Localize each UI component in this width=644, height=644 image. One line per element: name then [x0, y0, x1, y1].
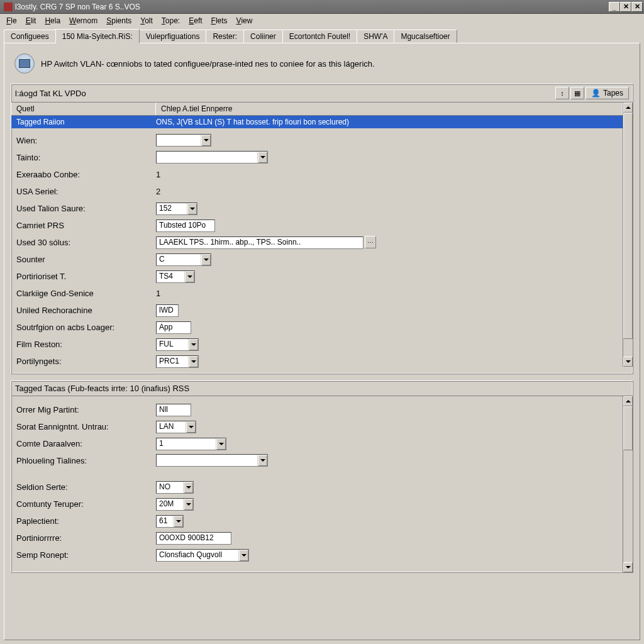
g2-row-6: Comtunty Teruper:20M [16, 496, 618, 513]
minimize-button[interactable]: _ [609, 2, 620, 12]
selected-row[interactable]: Tagged Raiion ONS, J(VB sLLN (S) T hat b… [11, 116, 623, 128]
chevron-down-icon[interactable] [187, 203, 197, 214]
chevron-down-icon[interactable] [183, 482, 193, 493]
g1-dropdown-text-0 [157, 135, 201, 146]
g2-input-8[interactable]: O0OXD 900B12 [156, 532, 231, 545]
tab-5[interactable]: Ecortontch Foutel! [282, 30, 357, 43]
menu-item-5[interactable]: Yolt [136, 15, 157, 26]
scroll-thumb-1[interactable] [623, 113, 633, 339]
menu-item-3[interactable]: Wernom [65, 15, 101, 26]
tab-3[interactable]: Rester: [206, 30, 244, 43]
chevron-down-icon[interactable] [183, 499, 193, 510]
g1-label-3: USA Seriel: [16, 187, 156, 196]
g2-row-2: Comte Daraalven:1 [16, 435, 618, 452]
g1-input-6[interactable]: LAAEKL TPS.. 1hirm.. abp.., TPS.. Soinn.… [156, 236, 364, 249]
menu-item-6[interactable]: Tope: [158, 15, 184, 26]
g2-dropdown-9[interactable]: Clonsfiach Qugvoll [156, 549, 249, 562]
scroll-down-2[interactable] [623, 562, 633, 572]
g1-row-4: Used Talion Saure:152 [16, 200, 618, 217]
tapes-button[interactable]: 👤Tapes [586, 87, 629, 99]
menu-item-4[interactable]: Spients [103, 15, 135, 26]
tab-1[interactable]: 150 Mla-Syitech.RiS: [55, 29, 140, 43]
menu-item-2[interactable]: Hela [41, 15, 64, 26]
chevron-down-icon[interactable] [238, 550, 248, 561]
chevron-down-icon[interactable] [188, 339, 198, 350]
g1-dropdown-8[interactable]: TS4 [156, 270, 195, 283]
toolbar-btn-2[interactable]: ▦ [570, 87, 584, 99]
tab-2[interactable]: Vuleprfiguations [139, 30, 207, 43]
col-header-1[interactable]: Quetl [11, 103, 156, 115]
chevron-down-icon[interactable] [216, 438, 226, 450]
g1-input-5[interactable]: Tubsted 10Po [156, 219, 215, 232]
tab-0[interactable]: Configuees [4, 30, 56, 43]
close-button[interactable]: ✕ [631, 2, 643, 12]
g1-dropdown-13[interactable]: PRC1 [156, 355, 199, 368]
g1-label-6: Used 30 sólus: [16, 238, 156, 247]
chevron-down-icon[interactable] [188, 356, 198, 367]
g1-browse-6[interactable]: ⋯ [365, 236, 376, 248]
g1-input-11[interactable]: App [156, 321, 191, 334]
g2-dropdown-1[interactable]: LAN [156, 421, 196, 433]
menu-item-0[interactable]: Fle [3, 15, 21, 26]
g2-dropdown-2[interactable]: 1 [156, 438, 226, 450]
scrollbar-group2[interactable] [623, 396, 633, 572]
g2-dropdown-text-7: 61 [157, 516, 173, 527]
sel-c1: Tagged Raiion [16, 118, 156, 126]
group1-title: l:áogd Tat KL VPDo [15, 89, 555, 98]
form-area-1: Wien:Tainto:Exeraabo Conbe:1USA Seriel:2… [11, 128, 623, 374]
menu-item-8[interactable]: Flets [208, 15, 231, 26]
scroll-thumb-2[interactable] [623, 406, 633, 450]
chevron-down-icon[interactable] [173, 516, 183, 527]
g1-row-13: Portilyngets:PRC1 [16, 353, 618, 370]
tab-6[interactable]: SHW'A [357, 30, 394, 43]
g2-label-7: Paplectient: [16, 516, 156, 526]
chevron-down-icon[interactable] [186, 421, 196, 433]
scroll-down-1[interactable] [623, 357, 633, 367]
maximize-button[interactable]: ✕ [620, 2, 631, 12]
g2-dropdown-text-1: LAN [157, 421, 186, 433]
g2-dropdown-3[interactable] [156, 454, 268, 467]
g1-value-9: 1 [156, 289, 160, 298]
chevron-down-icon[interactable] [257, 455, 267, 466]
scroll-up-1[interactable] [623, 103, 633, 113]
g1-row-7: SounterC [16, 251, 618, 268]
g2-row-8: Portiniorrrre:O0OXD 900B12 [16, 530, 618, 547]
g1-row-10: Uniled RechorachinelWD [16, 302, 618, 319]
chevron-down-icon[interactable] [257, 152, 267, 163]
scrollbar-group1[interactable] [623, 103, 633, 367]
g1-dropdown-text-7: C [157, 254, 201, 265]
g1-label-11: Soutrfgion on acbs Loager: [16, 323, 156, 332]
g1-dropdown-0[interactable] [156, 134, 211, 147]
tabbar: Configuees150 Mla-Syitech.RiS:Vuleprfigu… [0, 28, 644, 43]
g1-dropdown-7[interactable]: C [156, 253, 211, 266]
g2-dropdown-7[interactable]: 61 [156, 515, 184, 528]
menu-item-7[interactable]: Eeft [185, 15, 206, 26]
g2-label-6: Comtunty Teruper: [16, 499, 156, 509]
chevron-down-icon[interactable] [201, 135, 211, 146]
g2-label-5: Seldion Serte: [16, 482, 156, 492]
g1-row-12: Film Reston:FUL [16, 336, 618, 353]
menu-item-9[interactable]: View [233, 15, 257, 26]
toolbar-btn-1[interactable]: ↕ [555, 87, 569, 99]
g1-row-6: Used 30 sólus:LAAEKL TPS.. 1hirm.. abp..… [16, 234, 618, 251]
g1-input-10[interactable]: lWD [156, 304, 179, 317]
menu-item-1[interactable]: Elit [22, 15, 40, 26]
chevron-down-icon[interactable] [184, 271, 194, 282]
g2-dropdown-text-3 [157, 455, 257, 466]
g1-label-10: Uniled Rechorachine [16, 306, 156, 315]
g1-dropdown-1[interactable] [156, 151, 268, 164]
col-header-2[interactable]: Chlep A.tiel Ennperre [156, 103, 623, 115]
content-panel: HP Awitch VLAN- cœnniobs to tated config… [4, 43, 640, 640]
info-icon [14, 53, 35, 74]
g2-dropdown-5[interactable]: NO [156, 481, 194, 494]
g1-dropdown-12[interactable]: FUL [156, 338, 199, 351]
chevron-down-icon[interactable] [201, 254, 211, 265]
g1-label-12: Film Reston: [16, 340, 156, 349]
g1-dropdown-4[interactable]: 152 [156, 203, 197, 215]
tapes-label: Tapes [603, 89, 623, 97]
tab-4[interactable]: Coliiner [243, 30, 283, 43]
g2-dropdown-6[interactable]: 20M [156, 498, 194, 511]
tab-7[interactable]: Mgucalseftioer [394, 30, 457, 43]
scroll-up-2[interactable] [623, 396, 633, 406]
g2-input-0[interactable]: Nll [156, 404, 191, 416]
